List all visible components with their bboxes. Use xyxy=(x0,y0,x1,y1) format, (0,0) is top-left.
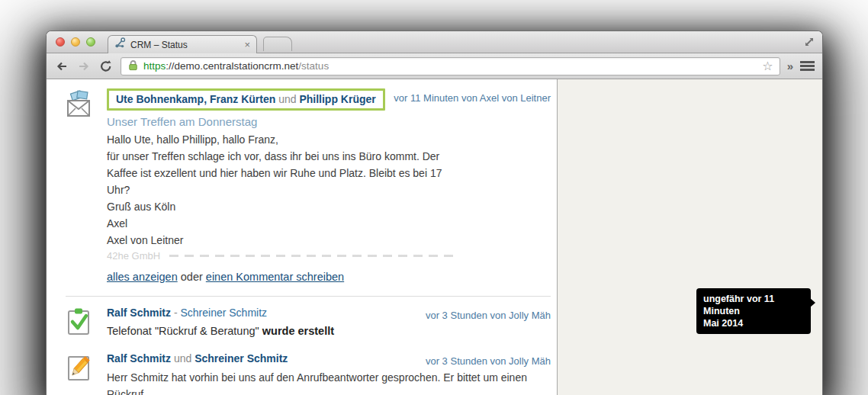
or-text: oder xyxy=(181,271,203,283)
company-link[interactable]: Schreiner Schmitz xyxy=(194,352,288,364)
tooltip-date: Mai 2014 xyxy=(703,317,804,329)
email-body-line: Hallo Ute, hallo Phillipp, hallo Franz, xyxy=(107,131,551,148)
https-lock-icon[interactable] xyxy=(127,59,139,73)
reload-button[interactable] xyxy=(98,59,114,74)
email-body-line: Axel xyxy=(107,215,551,232)
title-separator: und xyxy=(171,352,194,364)
task-description: Telefonat "Rückruf & Beratung" wurde ers… xyxy=(107,325,551,337)
timestamp-author: vor 11 Minuten von Axel von Leitner xyxy=(394,88,551,104)
clipboard-check-icon xyxy=(66,306,95,339)
url-scheme: https xyxy=(143,60,166,72)
new-tab-button[interactable] xyxy=(263,37,292,51)
timestamp-tooltip: ungefähr vor 11 Minuten Mai 2014 xyxy=(696,288,811,334)
note-body: Herr Schmitz hat vorhin bei uns auf den … xyxy=(107,369,551,395)
timestamp-author: vor 3 Stunden von Jolly Mäh xyxy=(426,306,551,321)
company-link[interactable]: Schreiner Schmitz xyxy=(180,307,267,319)
contact-link[interactable]: Phillipp Krüger xyxy=(299,93,375,105)
email-body-line: Uhr? xyxy=(107,181,551,198)
contact-link[interactable]: Ralf Schmitz xyxy=(107,307,171,319)
contact-link[interactable]: Ute Bohnenkamp xyxy=(116,93,204,105)
activity-feed: Ute Bohnenkamp, Franz Kürten und Phillip… xyxy=(47,79,557,395)
show-all-link[interactable]: alles anzeigen xyxy=(107,271,178,283)
timestamp-author: vor 3 Stunden von Jolly Mäh xyxy=(426,352,551,367)
right-side-panel xyxy=(557,79,822,395)
write-comment-link[interactable]: einen Kommentar schreiben xyxy=(206,271,344,283)
tooltip-relative-time: ungefähr vor 11 Minuten xyxy=(703,293,804,317)
fullscreen-resize-icon[interactable] xyxy=(803,36,815,48)
feed-item-task: Ralf Schmitz - Schreiner Schmitz vor 3 S… xyxy=(47,297,557,339)
tab-close-icon[interactable]: × xyxy=(244,40,250,50)
email-actions: alles anzeigen oder einen Kommentar schr… xyxy=(107,271,551,283)
pencil-note-icon xyxy=(66,352,95,395)
back-button[interactable] xyxy=(54,59,69,74)
feed-item-note: Ralf Schmitz und Schreiner Schmitz vor 3… xyxy=(47,339,557,395)
signature-fade-dashes xyxy=(169,255,453,257)
recipient-separator: , xyxy=(204,93,210,105)
signature-text: 42he GmbH xyxy=(107,250,160,262)
extensions-overflow-icon[interactable]: » xyxy=(787,59,793,72)
task-text: Telefonat "Rückruf & Beratung" xyxy=(107,325,262,337)
window-controls xyxy=(56,37,95,47)
email-body-line: Gruß aus Köln xyxy=(107,198,551,215)
contact-link[interactable]: Ralf Schmitz xyxy=(107,352,171,364)
tab-favicon-icon xyxy=(114,37,126,52)
browser-tab[interactable]: CRM – Status × xyxy=(108,35,257,53)
email-signature-faded: 42he GmbH xyxy=(107,249,551,262)
title-bar[interactable]: CRM – Status × xyxy=(47,31,822,53)
tab-title: CRM – Status xyxy=(130,40,240,50)
contact-link[interactable]: Franz Kürten xyxy=(210,93,275,105)
recipient-separator: und xyxy=(275,93,299,105)
close-window-button[interactable] xyxy=(56,37,65,47)
email-body-line: Axel von Leitner xyxy=(107,232,551,249)
browser-window: CRM – Status × xyxy=(46,31,823,395)
url-path: /status xyxy=(298,60,329,72)
note-body-line: Herr Schmitz hat vorhin bei uns auf den … xyxy=(107,369,551,395)
address-bar[interactable]: https://demo.centralstationcrm.net/statu… xyxy=(121,57,780,75)
bookmark-star-icon[interactable]: ☆ xyxy=(762,60,773,72)
browser-toolbar: https://demo.centralstationcrm.net/statu… xyxy=(47,53,822,79)
annotation-highlight-box: Ute Bohnenkamp, Franz Kürten und Phillip… xyxy=(107,88,385,111)
minimize-window-button[interactable] xyxy=(71,37,80,47)
zoom-window-button[interactable] xyxy=(86,37,95,47)
email-body-line: Kaffee ist exzellent und hier haben wir … xyxy=(107,165,551,181)
chrome-menu-icon[interactable] xyxy=(800,61,815,71)
mail-envelope-icon xyxy=(66,88,95,283)
title-separator: - xyxy=(171,307,180,319)
email-subject-link[interactable]: Unser Treffen am Donnerstag xyxy=(107,115,551,128)
forward-button[interactable] xyxy=(76,59,92,74)
task-created-text: wurde erstellt xyxy=(262,325,334,337)
email-body: Hallo Ute, hallo Phillipp, hallo Franz,f… xyxy=(107,131,551,249)
url-host: ://demo.centralstationcrm.net xyxy=(166,60,298,72)
page-content: Ute Bohnenkamp, Franz Kürten und Phillip… xyxy=(47,79,822,395)
email-body-line: für unser Treffen schlage ich vor, dass … xyxy=(107,148,551,165)
feed-item-email: Ute Bohnenkamp, Franz Kürten und Phillip… xyxy=(47,79,557,283)
